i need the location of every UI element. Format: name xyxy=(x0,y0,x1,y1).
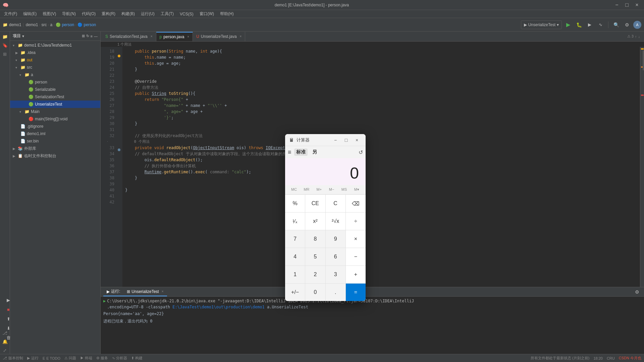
run-config-selector[interactable]: ▶ UnserializeTest ▾ xyxy=(521,20,562,29)
calc-3-button[interactable]: 3 xyxy=(326,266,345,283)
tab-close-person[interactable]: × xyxy=(187,35,189,39)
calc-mc-button[interactable]: MC xyxy=(288,186,300,193)
debug-button[interactable]: 🐛 xyxy=(575,20,583,29)
tree-item-idea[interactable]: ▶ 📁 .idea xyxy=(10,49,100,56)
editor-content[interactable]: 18 19 20 21 22 23 24 25 26 27 28 29 30 3… xyxy=(101,47,644,287)
menu-item-edit[interactable]: 编辑(E) xyxy=(20,10,39,17)
calc-close-button[interactable]: × xyxy=(352,136,362,144)
bottom-tab-config[interactable]: ⊞ UnserializeTest × xyxy=(123,288,167,296)
tree-item-gitignore[interactable]: ▶ 📄 .gitignore xyxy=(10,123,100,130)
tab-serializationtest[interactable]: S SerializationTest.java × xyxy=(102,32,156,41)
calc-equals-button[interactable]: = xyxy=(346,284,366,301)
calc-2-button[interactable]: 2 xyxy=(305,266,325,283)
tree-item-serializable[interactable]: ▶ 🟢 Serializable xyxy=(10,86,100,93)
calc-percent-button[interactable]: % xyxy=(285,195,305,212)
calc-history-button[interactable]: ↺ xyxy=(359,149,363,156)
menu-item-nav[interactable]: 导航(N) xyxy=(59,10,78,17)
calc-add-button[interactable]: + xyxy=(346,266,366,283)
console-settings[interactable]: ⚙ xyxy=(633,288,641,296)
calc-subtract-button[interactable]: − xyxy=(346,248,366,265)
calc-9-button[interactable]: 9 xyxy=(326,230,345,248)
sync-icon[interactable]: ↻ xyxy=(86,34,89,38)
minimize-button[interactable]: − xyxy=(612,1,621,9)
tree-item-out[interactable]: ▾ 📁 out xyxy=(10,56,100,64)
bottom-tab-run[interactable]: ▶ 运行: xyxy=(103,288,123,296)
calc-7-button[interactable]: 7 xyxy=(285,230,305,248)
tab-person[interactable]: p person.java × xyxy=(156,32,193,41)
calc-standard-mode[interactable]: 标准 xyxy=(294,148,308,156)
layout-icon[interactable]: ⊞ xyxy=(82,34,85,38)
tree-item-temp-files[interactable]: ▶ 📋 临时文件和控制台 xyxy=(10,152,100,160)
profiler-button[interactable]: ∿ xyxy=(596,20,605,29)
close-button[interactable]: × xyxy=(633,1,641,9)
todo-status[interactable]: E E TODO xyxy=(43,356,60,360)
tree-item-iml[interactable]: ▶ 📄 demo1.iml xyxy=(10,130,100,137)
code-editor[interactable]: public person(String name, int age){ thi… xyxy=(122,47,640,287)
calc-mr-button[interactable]: MR xyxy=(300,186,313,193)
calc-square-button[interactable]: x² xyxy=(305,213,325,230)
calc-c-button[interactable]: C xyxy=(326,195,345,212)
calc-maximize-button[interactable]: □ xyxy=(341,136,351,144)
tree-item-main[interactable]: ▾ 📁 Main xyxy=(10,108,100,115)
search-everywhere-button[interactable]: 🔍 xyxy=(612,20,621,29)
calc-decimal-button[interactable]: . xyxy=(326,284,345,301)
calc-1-button[interactable]: 1 xyxy=(285,266,305,283)
csdn-info[interactable]: CSDN 今月也 xyxy=(619,356,641,361)
menu-item-refactor[interactable]: 重构(R) xyxy=(99,10,118,17)
tree-item-serbin[interactable]: ▶ 📄 ser.bin xyxy=(10,137,100,145)
menu-item-code[interactable]: 代码(O) xyxy=(79,10,98,17)
run-status[interactable]: ▶ 运行 xyxy=(27,356,39,361)
menu-item-build[interactable]: 构建(B) xyxy=(119,10,138,17)
menu-item-run[interactable]: 运行(U) xyxy=(138,10,157,17)
menu-item-vcs[interactable]: VCS(S) xyxy=(177,11,196,17)
bookmark-icon[interactable]: 🔖 xyxy=(1,42,9,49)
services-status[interactable]: ⚙ 服务 xyxy=(96,356,108,361)
tree-item-person[interactable]: ▶ 🟢 person xyxy=(10,78,100,86)
coverage-button[interactable]: ▶ xyxy=(585,20,594,29)
tree-item-demo1[interactable]: ▾ 📁 demo1 E:\JavaTest\demo1 xyxy=(10,42,100,49)
terminal-status[interactable]: ▶ 终端 xyxy=(80,356,92,361)
calc-6-button[interactable]: 6 xyxy=(326,248,345,265)
calc-5-button[interactable]: 5 xyxy=(305,248,325,265)
git-status[interactable]: ⎇ 版本控制 xyxy=(3,356,23,361)
structure-icon[interactable]: ⊞ xyxy=(1,50,9,58)
tree-item-serializationtest[interactable]: ▶ 🟢 SerializationTest xyxy=(10,93,100,101)
calc-multiply-button[interactable]: × xyxy=(346,230,366,248)
tree-item-src[interactable]: ▾ 📁 src xyxy=(10,64,100,71)
tab-close-unserializetest[interactable]: × xyxy=(240,35,242,38)
menu-item-help[interactable]: 帮助(H) xyxy=(217,10,236,17)
calc-mplus-button[interactable]: M+ xyxy=(313,186,325,193)
settings-button[interactable]: ⚙ xyxy=(623,20,631,29)
collapse-icon[interactable]: ≡ xyxy=(91,34,93,38)
tab-close-serializationtest[interactable]: × xyxy=(151,35,153,38)
calc-reciprocal-button[interactable]: ¹⁄ₓ xyxy=(285,213,305,230)
calc-4-button[interactable]: 4 xyxy=(285,248,305,265)
calc-sci-mode[interactable]: 另 xyxy=(310,148,319,156)
calc-ms-button[interactable]: MS xyxy=(338,186,350,193)
menu-item-window[interactable]: 窗口(W) xyxy=(197,10,217,17)
calc-hamburger-icon[interactable]: ≡ xyxy=(288,149,291,156)
tree-item-unserializetest[interactable]: ▶ 🟢 UnserializeTest xyxy=(10,101,100,108)
calc-mlist-button[interactable]: M▾ xyxy=(351,186,363,193)
expand-icon[interactable]: ⤢ xyxy=(1,347,9,354)
run-button[interactable]: ▶ xyxy=(564,20,573,29)
menu-item-view[interactable]: 视图(V) xyxy=(40,10,59,17)
profiler-status[interactable]: ∿ 分析器 xyxy=(112,356,127,361)
menu-item-tools[interactable]: 工具(T) xyxy=(158,10,176,17)
tab-unserializetest[interactable]: U UnserializeTest.java × xyxy=(193,32,245,41)
tree-item-main-method[interactable]: ▶ 🔴 main(String[]):void xyxy=(10,115,100,123)
calc-divide-button[interactable]: ÷ xyxy=(346,213,366,230)
calc-ce-button[interactable]: CE xyxy=(305,195,325,212)
calc-8-button[interactable]: 8 xyxy=(305,230,325,248)
close-panel-icon[interactable]: — xyxy=(94,34,98,38)
tree-item-a[interactable]: ▾ 📁 a xyxy=(10,71,100,78)
calc-minimize-button[interactable]: − xyxy=(331,136,340,144)
project-icon[interactable]: 📁 xyxy=(1,33,9,40)
calc-backspace-button[interactable]: ⌫ xyxy=(346,195,366,212)
menu-item-file[interactable]: 文件(F) xyxy=(1,10,20,17)
user-avatar[interactable]: A xyxy=(633,21,641,29)
calc-negate-button[interactable]: +/− xyxy=(285,284,305,301)
tree-item-external-libs[interactable]: ▶ 📚 外部库 xyxy=(10,145,100,152)
build-status[interactable]: ⬆ 构建 xyxy=(131,356,143,361)
calc-mminus-button[interactable]: M− xyxy=(325,186,338,193)
